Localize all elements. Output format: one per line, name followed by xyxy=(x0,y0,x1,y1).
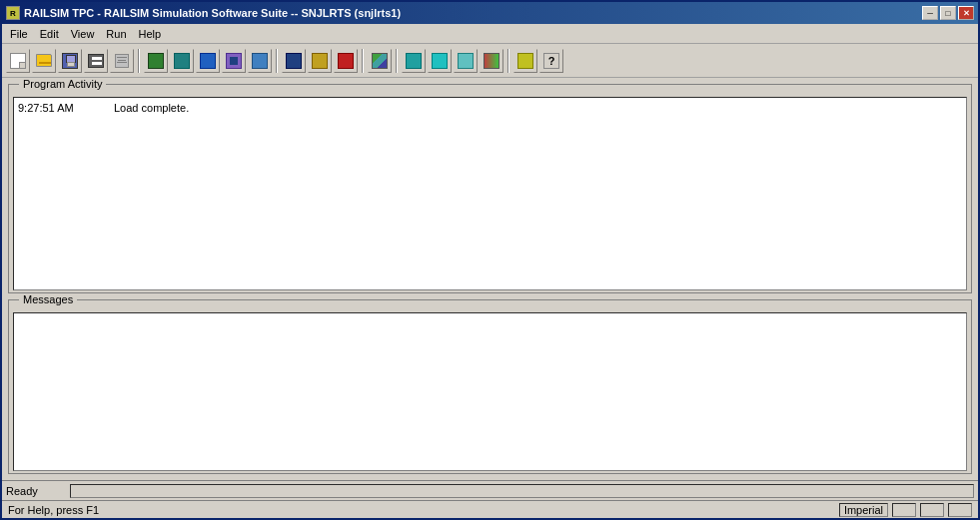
main-content: Program Activity 9:27:51 AM Load complet… xyxy=(2,78,978,480)
tb-btn-9[interactable] xyxy=(222,49,246,73)
help-hint: For Help, press F1 xyxy=(8,504,99,516)
main-window: R RAILSIM TPC - RAILSIM Simulation Softw… xyxy=(0,0,980,520)
unit-indicator: Imperial xyxy=(839,503,888,517)
tb-btn-10[interactable] xyxy=(248,49,272,73)
coord-box-3 xyxy=(948,503,972,517)
separator-3 xyxy=(362,49,364,73)
tb-btn-13[interactable] xyxy=(334,49,358,73)
tb-btn-15[interactable] xyxy=(402,49,426,73)
tb-btn-8[interactable] xyxy=(196,49,220,73)
coord-box-2 xyxy=(920,503,944,517)
messages-content[interactable] xyxy=(13,312,967,471)
tb-btn-12[interactable] xyxy=(308,49,332,73)
new-button[interactable] xyxy=(6,49,30,73)
log-message-1: Load complete. xyxy=(114,100,189,116)
app-icon: R xyxy=(6,6,20,20)
menu-help[interactable]: Help xyxy=(133,26,168,42)
tb-btn-11[interactable] xyxy=(282,49,306,73)
menu-edit[interactable]: Edit xyxy=(34,26,65,42)
messages-legend: Messages xyxy=(19,293,77,305)
bottom-bar-right: Imperial xyxy=(839,503,972,517)
program-activity-log[interactable]: 9:27:51 AM Load complete. xyxy=(13,97,967,290)
minimize-button[interactable]: ─ xyxy=(922,6,938,20)
bottom-bar: For Help, press F1 Imperial xyxy=(2,500,978,518)
menu-run[interactable]: Run xyxy=(100,26,132,42)
activity-log-content: 9:27:51 AM Load complete. xyxy=(14,98,966,289)
status-bar: Ready xyxy=(2,480,978,500)
log-time-1: 9:27:51 AM xyxy=(18,100,98,116)
tb-btn-16[interactable] xyxy=(428,49,452,73)
program-activity-legend: Program Activity xyxy=(19,78,106,90)
status-progress-bar xyxy=(70,484,974,498)
status-ready-label: Ready xyxy=(6,485,66,497)
menu-file[interactable]: File xyxy=(4,26,34,42)
maximize-button[interactable]: □ xyxy=(940,6,956,20)
menu-bar: File Edit View Run Help xyxy=(2,24,978,44)
separator-5 xyxy=(507,49,509,73)
tb-btn-14[interactable] xyxy=(368,49,392,73)
close-button[interactable]: ✕ xyxy=(958,6,974,20)
toolbar: ? xyxy=(2,44,978,78)
log-entry-1: 9:27:51 AM Load complete. xyxy=(18,100,962,116)
tb-btn-6[interactable] xyxy=(144,49,168,73)
coord-box-1 xyxy=(892,503,916,517)
tb-btn-18[interactable] xyxy=(480,49,503,73)
separator-1 xyxy=(138,49,140,73)
window-title: RAILSIM TPC - RAILSIM Simulation Softwar… xyxy=(24,7,401,19)
menu-view[interactable]: View xyxy=(65,26,101,42)
save-button[interactable] xyxy=(58,49,82,73)
title-bar-buttons: ─ □ ✕ xyxy=(922,6,974,20)
tb-btn-7[interactable] xyxy=(170,49,194,73)
title-bar-left: R RAILSIM TPC - RAILSIM Simulation Softw… xyxy=(6,6,401,20)
separator-4 xyxy=(396,49,398,73)
title-bar: R RAILSIM TPC - RAILSIM Simulation Softw… xyxy=(2,2,978,24)
separator-2 xyxy=(276,49,278,73)
messages-panel: Messages xyxy=(8,299,972,474)
tb-btn-19[interactable] xyxy=(513,49,537,73)
printpreview-button[interactable] xyxy=(110,49,134,73)
help-button[interactable]: ? xyxy=(539,49,563,73)
tb-btn-17[interactable] xyxy=(454,49,478,73)
print-button[interactable] xyxy=(84,49,108,73)
program-activity-panel: Program Activity 9:27:51 AM Load complet… xyxy=(8,84,972,293)
open-button[interactable] xyxy=(32,49,56,73)
